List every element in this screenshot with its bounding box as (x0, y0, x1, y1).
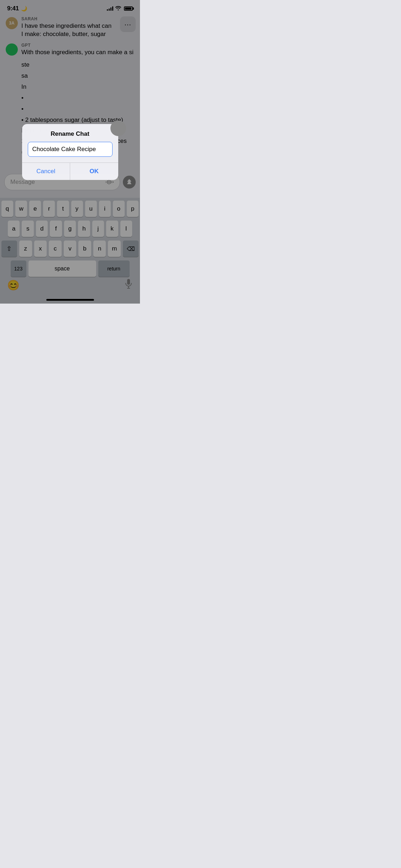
cancel-button[interactable]: Cancel (22, 163, 71, 180)
modal-overlay: Rename Chat Cancel OK (0, 0, 140, 304)
modal-drag-handle (110, 120, 126, 136)
modal-input-wrapper (22, 142, 118, 162)
modal-title: Rename Chat (22, 124, 118, 142)
modal-buttons: Cancel OK (22, 163, 118, 180)
home-indicator (46, 299, 94, 301)
ok-button[interactable]: OK (70, 163, 118, 180)
rename-chat-modal: Rename Chat Cancel OK (22, 124, 118, 180)
rename-chat-input[interactable] (28, 142, 113, 157)
